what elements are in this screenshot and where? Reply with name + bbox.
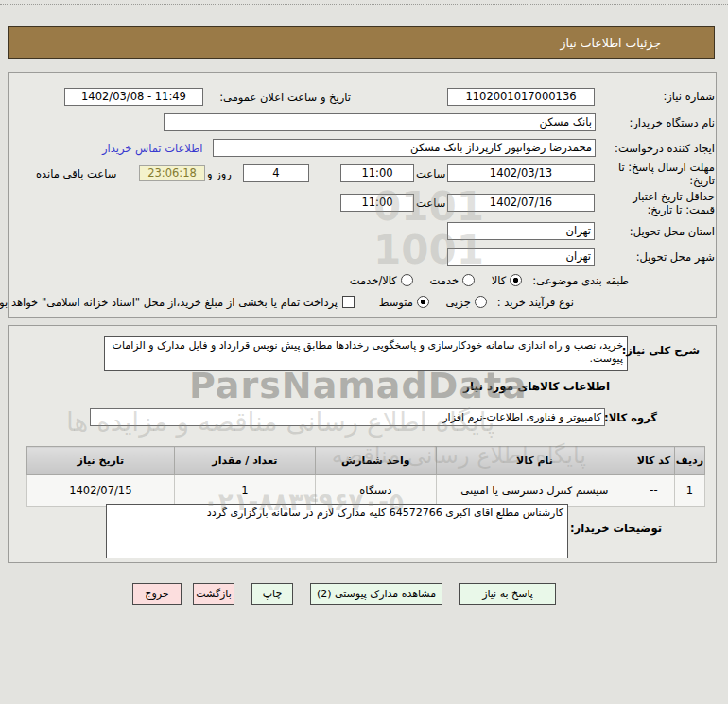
radio-icon[interactable] xyxy=(510,274,522,286)
process-type-label: نوع فرآیند خرید : xyxy=(497,296,574,309)
response-deadline-time-label: ساعت xyxy=(416,167,445,180)
buyer-notes-label: توضیحات خریدار: xyxy=(570,522,662,535)
price-validity-label: حداقل تاریخ اعتبار قیمت: تا تاریخ: xyxy=(603,190,715,216)
request-creator-input[interactable]: محمدرضا رضوانپور کارپرداز بانک مسکن xyxy=(213,139,596,157)
goods-group-label: گروه کالا: xyxy=(604,411,657,424)
view-attached-docs-button[interactable]: مشاهده مدارک پیوستی (2) xyxy=(310,583,442,605)
response-deadline-label: مهلت ارسال پاسخ: تا تاریخ: xyxy=(603,161,715,187)
price-validity-time-input[interactable]: 11:00 xyxy=(340,194,414,212)
cell-goods-name: سیستم کنترل دسترسی یا امنیتی xyxy=(436,475,633,507)
remaining-suffix: ساعت باقی مانده xyxy=(36,167,116,180)
need-details-page: { "title_bar": { "title": "جزئیات اطلاعا… xyxy=(0,0,728,704)
classification-option-kala-khedmat[interactable]: کالا/خدمت xyxy=(350,274,413,287)
treasury-docs-checkbox[interactable]: پرداخت تمام یا بخشی از مبلغ خرید،از محل … xyxy=(0,296,355,309)
announce-datetime-label: تاریخ و ساعت اعلان عمومی: xyxy=(219,91,351,104)
province-input[interactable]: تهران xyxy=(447,222,595,240)
request-creator-label: ایجاد کننده درخواست: xyxy=(615,142,715,155)
col-quantity: تعداد / مقدار xyxy=(174,447,315,475)
radio-icon[interactable] xyxy=(475,296,487,308)
cell-row-number: 1 xyxy=(674,475,704,507)
remaining-days-suffix: روز و xyxy=(207,167,232,180)
goods-table-header-row: ردیف کد کالا نام کالا واحد شمارش تعداد /… xyxy=(27,447,705,475)
price-validity-date-input[interactable]: 1402/07/16 xyxy=(447,194,595,212)
print-button[interactable]: چاپ xyxy=(251,583,293,605)
need-desc-label: شرح کلی نیاز: xyxy=(622,344,700,357)
radio-icon[interactable] xyxy=(417,296,429,308)
col-need-date: تاریخ نیاز xyxy=(27,447,175,475)
radio-icon[interactable] xyxy=(401,274,413,286)
need-desc-textarea[interactable]: خرید، نصب و راه اندازی سامانه خودکارسازی… xyxy=(104,336,628,371)
cell-unit: دستگاه xyxy=(315,475,436,507)
exit-button[interactable]: خروج xyxy=(132,583,182,605)
col-unit: واحد شمارش xyxy=(315,447,436,475)
goods-group-input[interactable]: کامپیوتر و فناوری اطلاعات-نرم افزار xyxy=(90,408,605,426)
process-type-option-motevaset[interactable]: متوسط xyxy=(379,296,429,309)
cell-need-date: 1402/07/15 xyxy=(27,475,175,507)
buyer-notes-textarea[interactable]: کارشناس مطلع اقای اکبری 64572766 کلیه مد… xyxy=(106,504,568,558)
classification-group: طبقه بندی موضوعی: کالا خدمت کالا/خدمت xyxy=(337,274,629,287)
top-dotted-divider xyxy=(0,4,728,5)
col-row-number: ردیف xyxy=(674,447,704,475)
response-deadline-date-input[interactable]: 1402/03/13 xyxy=(447,164,595,182)
process-type-group: نوع فرآیند خرید : جزیی متوسط پرداخت تمام… xyxy=(0,296,574,309)
classification-option-khedmat[interactable]: خدمت xyxy=(429,274,475,287)
buyer-org-input[interactable]: بانک مسکن xyxy=(164,113,596,131)
city-input[interactable]: تهران xyxy=(447,248,595,266)
col-goods-name: نام کالا xyxy=(436,447,633,475)
city-label: شهر محل تحویل: xyxy=(636,250,715,264)
response-deadline-time-input[interactable]: 11:00 xyxy=(340,164,414,182)
cell-goods-code: -- xyxy=(633,475,675,507)
back-button[interactable]: بازگشت xyxy=(193,583,234,605)
classification-option-kala[interactable]: کالا xyxy=(492,274,523,287)
classification-label: طبقه بندی موضوعی: xyxy=(532,274,629,287)
goods-table: ردیف کد کالا نام کالا واحد شمارش تعداد /… xyxy=(26,446,705,507)
radio-icon[interactable] xyxy=(462,274,475,286)
col-goods-code: کد کالا xyxy=(633,447,675,475)
checkbox-icon[interactable] xyxy=(342,296,355,308)
respond-to-need-button[interactable]: پاسخ به نیاز xyxy=(459,583,556,605)
price-validity-time-label: ساعت xyxy=(416,197,445,210)
need-number-input[interactable]: 1102001017000136 xyxy=(447,88,595,106)
remaining-time-countdown: 23:06:18 xyxy=(139,165,205,181)
page-title: جزئیات اطلاعات نیاز xyxy=(8,26,715,59)
process-type-option-jozi[interactable]: جزیی xyxy=(446,296,487,309)
announce-datetime-input[interactable]: 1402/03/08 - 11:49 xyxy=(64,88,203,106)
buyer-contact-link[interactable]: اطلاعات تماس خریدار xyxy=(102,142,203,155)
goods-section-header: اطلاعات کالاهای مورد نیاز xyxy=(463,380,610,393)
province-label: استان محل تحویل: xyxy=(630,225,715,238)
buyer-org-label: نام دستگاه خریدار: xyxy=(629,116,715,129)
need-number-label: شماره نیاز: xyxy=(663,90,715,103)
cell-quantity: 1 xyxy=(174,475,315,507)
goods-table-row[interactable]: 1 -- سیستم کنترل دسترسی یا امنیتی دستگاه… xyxy=(27,475,705,507)
remaining-days-input: 4 xyxy=(243,164,309,182)
